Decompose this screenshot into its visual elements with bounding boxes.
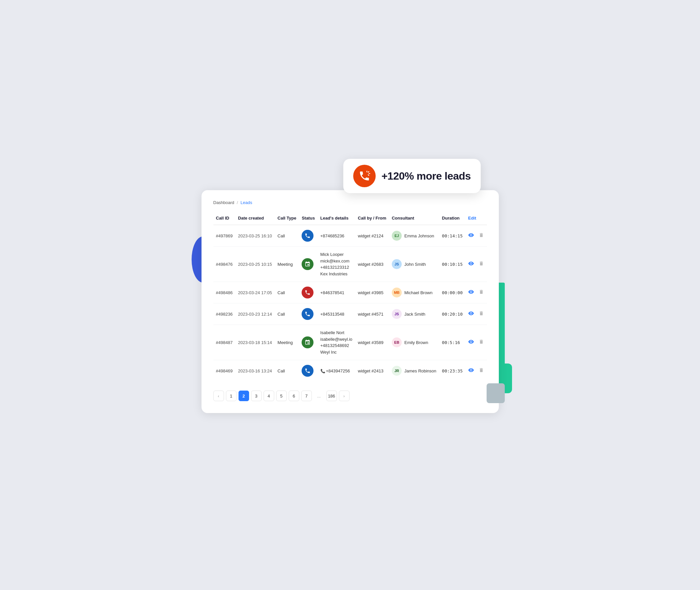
view-button[interactable]	[468, 339, 474, 346]
avatar: JS	[392, 309, 402, 319]
status-icon	[301, 336, 314, 348]
cell-call-id: #497869	[213, 225, 236, 247]
status-icon	[301, 365, 314, 377]
cell-duration: 00:00:00	[439, 282, 465, 303]
consultant-name: Emma Johnson	[404, 233, 434, 238]
pagination-page-3[interactable]: 3	[251, 391, 262, 401]
blob-gray-corner-decoration	[487, 383, 505, 403]
cell-consultant: JS John Smith	[389, 247, 439, 282]
leads-table: Call ID Date created Call Type Status Le…	[213, 212, 487, 381]
consultant-name: Emily Brown	[404, 340, 428, 345]
cell-actions	[465, 282, 487, 303]
col-header-call-by-from: Call by / From	[355, 212, 389, 225]
col-header-status: Status	[299, 212, 318, 225]
cell-status	[299, 282, 318, 303]
col-header-leads-details: Lead's details	[318, 212, 355, 225]
breadcrumb: Dashboard / Leads	[213, 200, 487, 205]
delete-button[interactable]	[479, 339, 484, 346]
cell-duration: 00:23:35	[439, 360, 465, 382]
consultant-name: John Smith	[404, 262, 426, 267]
pagination-next[interactable]: ›	[339, 391, 350, 401]
view-button[interactable]	[468, 261, 474, 268]
table-row: #498486 2023-03-24 17:05 Call +846378541…	[213, 282, 487, 303]
avatar: MB	[392, 288, 402, 297]
cell-consultant: JR James Robinson	[389, 360, 439, 382]
cell-date-created: 2023-03-24 17:05	[236, 282, 275, 303]
cell-call-id: #498236	[213, 303, 236, 325]
table-row: #497869 2023-03-25 16:10 Call +874685236…	[213, 225, 487, 247]
view-button[interactable]	[468, 310, 474, 318]
view-button[interactable]	[468, 289, 474, 296]
cell-consultant: MB Michael Brown	[389, 282, 439, 303]
pagination: ‹ 1 2 3 4 5 6 7 ... 186 ›	[213, 391, 487, 401]
status-icon	[301, 258, 314, 270]
cell-duration: 00:5:16	[439, 325, 465, 360]
cell-lead-details: 📞+843947256	[318, 360, 355, 382]
col-header-edit[interactable]: Edit	[465, 212, 487, 225]
avatar: JR	[392, 366, 402, 376]
cell-lead-details: +846378541	[318, 282, 355, 303]
pagination-last-page[interactable]: 186	[326, 391, 337, 401]
pagination-page-4[interactable]: 4	[264, 391, 274, 401]
status-icon	[301, 230, 314, 242]
delete-button[interactable]	[479, 289, 484, 296]
delete-button[interactable]	[479, 311, 484, 317]
pagination-page-1[interactable]: 1	[226, 391, 237, 401]
cell-consultant: JS Jack Smith	[389, 303, 439, 325]
cell-call-from: widget #2413	[355, 360, 389, 382]
delete-button[interactable]	[479, 261, 484, 268]
pagination-ellipsis: ...	[314, 391, 324, 401]
cell-call-id: #498487	[213, 325, 236, 360]
cell-actions	[465, 360, 487, 382]
breadcrumb-root: Dashboard	[213, 200, 235, 205]
table-row: #498236 2023-03-23 12:14 Call +845313548…	[213, 303, 487, 325]
cell-actions	[465, 325, 487, 360]
consultant-name: Jack Smith	[404, 312, 426, 317]
breadcrumb-current[interactable]: Leads	[241, 200, 252, 205]
cell-duration: 00:14:15	[439, 225, 465, 247]
avatar: JS	[392, 259, 402, 269]
cell-actions	[465, 303, 487, 325]
view-button[interactable]	[468, 367, 474, 375]
cell-status	[299, 303, 318, 325]
pagination-page-7[interactable]: 7	[301, 391, 312, 401]
cell-consultant: EB Emily Brown	[389, 325, 439, 360]
cell-call-type: Call	[275, 303, 299, 325]
main-card: Dashboard / Leads Call ID Date created C…	[201, 190, 499, 413]
status-icon	[301, 308, 314, 320]
promo-card: +120% more leads	[343, 159, 480, 193]
pagination-prev[interactable]: ‹	[213, 391, 224, 401]
cell-call-id: #498486	[213, 282, 236, 303]
col-header-call-type: Call Type	[275, 212, 299, 225]
consultant-name: Michael Brown	[404, 290, 432, 295]
cell-lead-details: Isabelle Nortisabelle@weyl.io+4813254869…	[318, 325, 355, 360]
delete-button[interactable]	[479, 368, 484, 374]
cell-duration: 00:10:15	[439, 247, 465, 282]
delete-button[interactable]	[479, 232, 484, 239]
col-header-duration: Duration	[439, 212, 465, 225]
avatar: EJ	[392, 231, 402, 241]
promo-text: +120% more leads	[381, 170, 471, 182]
cell-call-id: #498476	[213, 247, 236, 282]
table-row: #498487 2023-03-18 15:14 Meeting Isabell…	[213, 325, 487, 360]
cell-duration: 00:20:10	[439, 303, 465, 325]
avatar: EB	[392, 337, 402, 347]
cell-call-type: Meeting	[275, 325, 299, 360]
col-header-consultant: Consultant	[389, 212, 439, 225]
view-button[interactable]	[468, 232, 474, 240]
pagination-page-5[interactable]: 5	[276, 391, 287, 401]
promo-phone-icon	[353, 165, 376, 187]
cell-call-type: Meeting	[275, 247, 299, 282]
cell-date-created: 2023-03-16 13:24	[236, 360, 275, 382]
cell-date-created: 2023-03-18 15:14	[236, 325, 275, 360]
col-header-call-id: Call ID	[213, 212, 236, 225]
cell-lead-details: +874685236	[318, 225, 355, 247]
cell-date-created: 2023-03-23 12:14	[236, 303, 275, 325]
cell-consultant: EJ Emma Johnson	[389, 225, 439, 247]
pagination-page-2[interactable]: 2	[239, 391, 249, 401]
pagination-page-6[interactable]: 6	[289, 391, 299, 401]
cell-call-type: Call	[275, 225, 299, 247]
cell-lead-details: Mick Loopermick@kex.com+48132123312Kex I…	[318, 247, 355, 282]
cell-call-id: #498469	[213, 360, 236, 382]
cell-actions	[465, 225, 487, 247]
